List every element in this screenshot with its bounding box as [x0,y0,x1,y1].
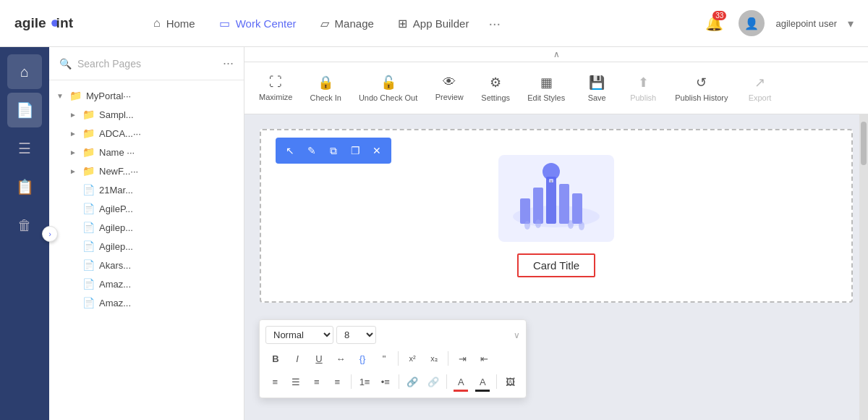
align-left-button[interactable]: ≡ [265,371,285,392]
tree-item-myportal[interactable]: ▼ 📁 MyPortal··· [49,86,244,105]
align-right-button[interactable]: ≡ [307,371,326,392]
svg-point-12 [524,221,530,230]
unlink-button[interactable]: 🔗 [424,371,443,392]
superscript-button[interactable]: x² [402,348,422,369]
publish-history-button[interactable]: ↺ Publish History [668,69,735,108]
bg-color-bar [475,390,490,392]
float-duplicate-button[interactable]: ❐ [345,140,365,161]
export-icon: ↗ [754,75,765,91]
save-icon: 💾 [589,75,605,91]
undo-checkout-button[interactable]: 🔓 Undo Check Out [352,69,425,108]
history-icon: ↺ [696,75,707,91]
tree-item-newf[interactable]: ► 📁 NewF...··· [49,161,244,180]
tree-item-akars[interactable]: 📄 Akars... [49,256,244,274]
unlock-icon: 🔓 [380,75,396,91]
code-button[interactable]: {} [352,348,373,369]
toolbar-collapse-button[interactable]: ∧ [244,47,868,62]
indent-button[interactable]: ⇥ [452,348,472,369]
float-select-button[interactable]: ↖ [280,140,300,161]
pages-panel: 🔍 ··· ▼ 📁 MyPortal··· ► 📁 Sampl... ► 📁 A… [49,47,244,420]
tree-item-21mar[interactable]: 📄 21Mar... [49,180,244,199]
italic-button[interactable]: I [287,348,307,369]
scroll-thumb[interactable] [861,122,867,165]
avatar[interactable]: 👤 [739,10,765,36]
format-select[interactable]: Normal Heading 1 Heading 2 [265,326,333,344]
divider [446,374,447,389]
unordered-list-button[interactable]: •≡ [375,371,395,392]
tree-toggle: ► [69,111,80,119]
link-button[interactable]: 🔗 [403,371,422,392]
user-name[interactable]: agilepoint user [775,18,837,29]
tree-item-sampl[interactable]: ► 📁 Sampl... [49,105,244,124]
toolbar: ⛶ Maximize 🔒 Check In 🔓 Undo Check Out 👁… [244,62,868,114]
save-button[interactable]: 💾 Save [575,69,618,108]
user-dropdown-icon[interactable]: ▾ [848,17,854,30]
image-button[interactable]: 🖼 [501,371,520,392]
float-copy-button[interactable]: ⧉ [323,140,344,161]
search-input[interactable] [77,58,217,70]
nav-appbuilder[interactable]: ⊞ App Builder [388,11,480,36]
home-icon: ⌂ [153,17,161,30]
sidebar-expand-button[interactable]: › [42,226,58,242]
checkin-button[interactable]: 🔒 Check In [302,69,348,108]
settings-button[interactable]: ⚙ Settings [474,69,517,108]
file-icon: 📄 [82,297,95,308]
sidebar-icon-trash[interactable]: 🗑 [7,208,42,243]
avatar-icon: 👤 [744,17,759,30]
pages-more-button[interactable]: ··· [223,56,234,71]
sidebar-icon-home[interactable]: ⌂ [7,54,42,89]
folder-icon: 📁 [82,109,95,120]
outdent-button[interactable]: ⇤ [474,348,494,369]
bg-color-wrap: A [472,372,493,392]
nav-more-button[interactable]: ··· [482,9,506,38]
float-edit-button[interactable]: ✎ [302,140,322,161]
svg-rect-5 [533,188,543,224]
card-title[interactable]: Card Title [517,253,595,277]
subscript-button[interactable]: x₂ [424,348,444,369]
svg-text:int: int [56,15,74,30]
float-delete-button[interactable]: ✕ [367,140,387,161]
quote-button[interactable]: " [374,348,394,369]
tree-item-amaz1[interactable]: 📄 Amaz... [49,274,244,293]
tree-toggle: ► [69,167,80,175]
tree-item-agilep1[interactable]: 📄 AgileP... [49,199,244,218]
main-layout: ⌂ 📄 ☰ 📋 🗑 › 🔍 ··· ▼ 📁 MyPortal··· ► 📁 Sa… [0,47,868,420]
search-icon: 🔍 [59,58,72,70]
svg-rect-4 [520,198,530,224]
page-frame: ↖ ✎ ⧉ ❐ ✕ [260,129,853,303]
edit-styles-button[interactable]: ▦ Edit Styles [520,69,572,108]
tree-item-name[interactable]: ► 📁 Name ··· [49,143,244,161]
folder-icon: 📁 [82,146,95,158]
nav-workcenter[interactable]: ▭ Work Center [209,11,307,36]
strikethrough-button[interactable]: ↔ [331,348,351,369]
align-center-button[interactable]: ☰ [286,371,306,392]
maximize-button[interactable]: ⛶ Maximize [252,69,299,107]
svg-point-15 [579,222,584,230]
file-icon: 📄 [82,184,95,196]
nav-home[interactable]: ⌂ Home [143,11,205,35]
bold-button[interactable]: B [265,348,286,369]
canvas-area: ↖ ✎ ⧉ ❐ ✕ [244,114,868,420]
svg-point-9 [542,163,560,180]
export-button[interactable]: ↗ Export [739,69,782,108]
right-scrollbar[interactable] [859,114,868,420]
left-sidebar: ⌂ 📄 ☰ 📋 🗑 › [0,47,49,420]
nav-right: 🔔 33 👤 agilepoint user ▾ [700,9,854,37]
svg-point-14 [568,220,574,229]
fontsize-select[interactable]: 8 10 12 14 [336,326,376,344]
sidebar-icon-pages[interactable]: 📄 [7,93,42,127]
folder-icon: 📁 [69,90,82,101]
preview-button[interactable]: 👁 Preview [427,69,471,107]
underline-button[interactable]: U [309,348,329,369]
tree-item-adca[interactable]: ► 📁 ADCA...··· [49,124,244,143]
sidebar-icon-list[interactable]: ☰ [7,131,42,166]
sidebar-icon-document[interactable]: 📋 [7,169,42,204]
publish-button[interactable]: ⬆ Publish [621,69,665,108]
notifications-button[interactable]: 🔔 33 [700,9,728,37]
tree-item-agilep3[interactable]: 📄 Agilep... [49,237,244,256]
nav-manage[interactable]: ▱ Manage [310,11,384,36]
tree-item-agilep2[interactable]: 📄 Agilep... [49,218,244,237]
ordered-list-button[interactable]: 1≡ [355,371,375,392]
align-justify-button[interactable]: ≡ [328,371,347,392]
tree-item-amaz2[interactable]: 📄 Amaz... [49,293,244,312]
